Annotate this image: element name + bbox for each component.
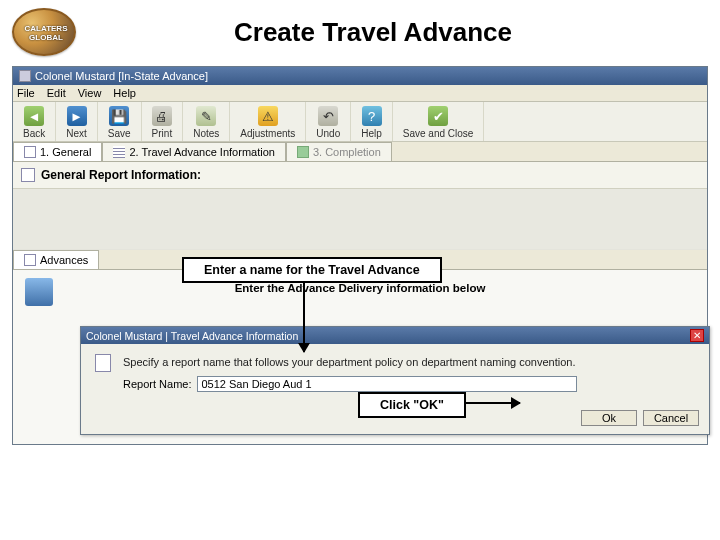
- save-close-label: Save and Close: [403, 128, 474, 139]
- notes-icon: ✎: [196, 106, 216, 126]
- adjustments-label: Adjustments: [240, 128, 295, 139]
- dialog-title: Colonel Mustard | Travel Advance Informa…: [86, 330, 298, 342]
- menubar: File Edit View Help: [13, 85, 707, 102]
- cancel-button[interactable]: Cancel: [643, 410, 699, 426]
- dialog-titlebar: Colonel Mustard | Travel Advance Informa…: [81, 327, 709, 344]
- report-name-label: Report Name:: [123, 378, 191, 390]
- save-button[interactable]: 💾Save: [98, 102, 142, 141]
- tab-completion[interactable]: 3. Completion: [286, 142, 392, 161]
- check-icon: [297, 146, 309, 158]
- next-icon: ►: [67, 106, 87, 126]
- grid-icon: [113, 146, 125, 158]
- tab-completion-label: 3. Completion: [313, 146, 381, 158]
- help-icon: ?: [362, 106, 382, 126]
- tab-advance-label: 2. Travel Advance Information: [129, 146, 275, 158]
- tab-advances[interactable]: Advances: [13, 250, 99, 269]
- menu-help[interactable]: Help: [113, 87, 136, 99]
- doc-icon: [24, 254, 36, 266]
- slide-title: Create Travel Advance: [88, 17, 658, 48]
- report-name-input[interactable]: [197, 376, 577, 392]
- callout-enter-name: Enter a name for the Travel Advance: [182, 257, 442, 283]
- tab-advances-label: Advances: [40, 254, 88, 266]
- print-button[interactable]: 🖨Print: [142, 102, 184, 141]
- report-name-dialog: Colonel Mustard | Travel Advance Informa…: [80, 326, 710, 435]
- tab-advance-info[interactable]: 2. Travel Advance Information: [102, 142, 286, 161]
- undo-label: Undo: [316, 128, 340, 139]
- next-button[interactable]: ►Next: [56, 102, 98, 141]
- tab-general-label: 1. General: [40, 146, 91, 158]
- notes-button[interactable]: ✎Notes: [183, 102, 230, 141]
- next-label: Next: [66, 128, 87, 139]
- section-header: General Report Information:: [13, 162, 707, 189]
- menu-file[interactable]: File: [17, 87, 35, 99]
- menu-view[interactable]: View: [78, 87, 102, 99]
- app-icon: [19, 70, 31, 82]
- save-close-button[interactable]: ✔Save and Close: [393, 102, 485, 141]
- print-icon: 🖨: [152, 106, 172, 126]
- doc-icon: [24, 146, 36, 158]
- undo-icon: ↶: [318, 106, 338, 126]
- window-title: Colonel Mustard [In-State Advance]: [35, 70, 208, 82]
- section-title: General Report Information:: [41, 168, 201, 182]
- dialog-doc-icon: [95, 354, 111, 372]
- back-icon: ◄: [24, 106, 44, 126]
- calaters-logo: [12, 8, 76, 56]
- save-label: Save: [108, 128, 131, 139]
- help-button[interactable]: ?Help: [351, 102, 393, 141]
- arrow-to-name-field: [303, 282, 305, 352]
- window-titlebar: Colonel Mustard [In-State Advance]: [13, 67, 707, 85]
- menu-edit[interactable]: Edit: [47, 87, 66, 99]
- back-label: Back: [23, 128, 45, 139]
- dialog-close-button[interactable]: ✕: [690, 329, 704, 342]
- save-icon: 💾: [109, 106, 129, 126]
- print-label: Print: [152, 128, 173, 139]
- section-icon: [21, 168, 35, 182]
- ok-button[interactable]: Ok: [581, 410, 637, 426]
- adjustments-icon: ⚠: [258, 106, 278, 126]
- tab-general[interactable]: 1. General: [13, 142, 102, 161]
- undo-button[interactable]: ↶Undo: [306, 102, 351, 141]
- back-button[interactable]: ◄Back: [13, 102, 56, 141]
- save-close-icon: ✔: [428, 106, 448, 126]
- callout-click-ok: Click "OK": [358, 392, 466, 418]
- panel-body: [13, 189, 707, 249]
- help-label: Help: [361, 128, 382, 139]
- toolbar: ◄Back ►Next 💾Save 🖨Print ✎Notes ⚠Adjustm…: [13, 102, 707, 142]
- dialog-instruction: Specify a report name that follows your …: [123, 354, 695, 368]
- notes-label: Notes: [193, 128, 219, 139]
- advance-icon: [25, 278, 53, 306]
- adjustments-button[interactable]: ⚠Adjustments: [230, 102, 306, 141]
- wizard-tabs: 1. General 2. Travel Advance Information…: [13, 142, 707, 162]
